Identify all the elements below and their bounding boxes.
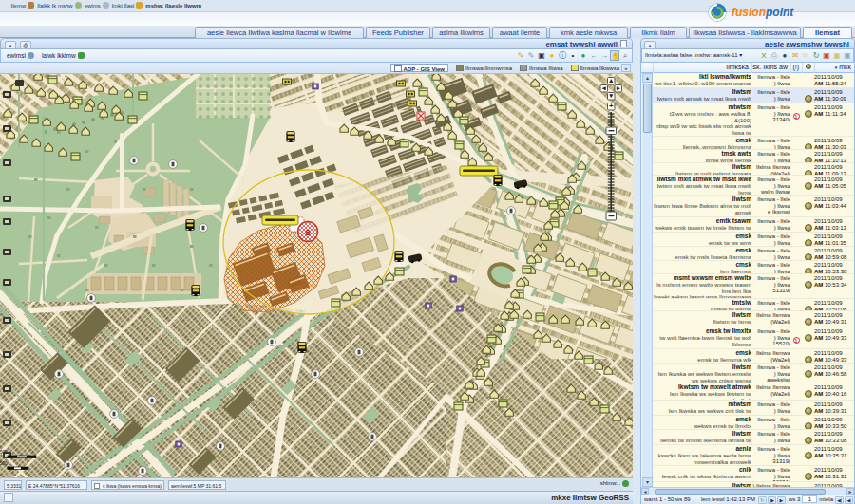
svg-text:fusionpoint: fusionpoint: [732, 6, 794, 19]
svg-text:▴: ▴: [608, 77, 613, 84]
svg-text:◂: ◂: [601, 84, 606, 91]
svg-text:▾: ▾: [608, 92, 613, 99]
svg-text:8: 8: [305, 228, 310, 237]
svg-text:▸: ▸: [616, 84, 620, 91]
svg-text:500: 500: [0, 460, 8, 466]
svg-text:1500: 1500: [0, 449, 8, 455]
svg-text:+: +: [609, 102, 614, 110]
